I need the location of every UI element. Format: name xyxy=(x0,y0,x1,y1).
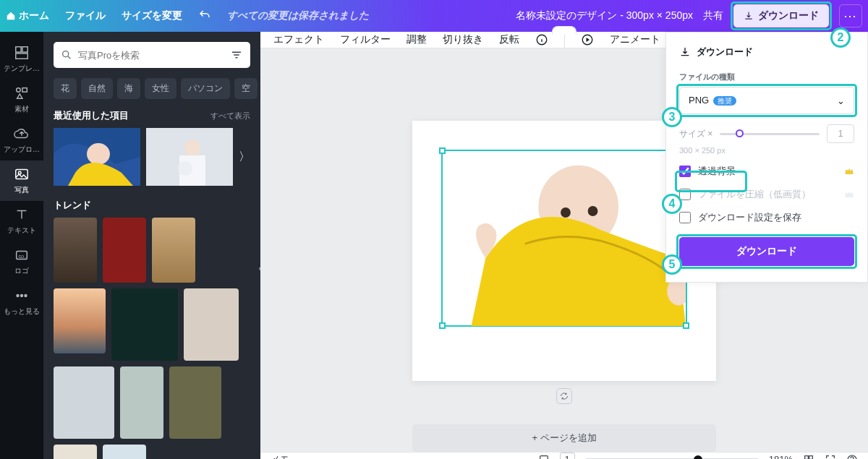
help-icon[interactable] xyxy=(846,454,858,460)
crown-icon xyxy=(844,166,854,176)
crown-icon xyxy=(844,189,854,200)
svg-point-9 xyxy=(17,295,19,297)
photo-thumb[interactable] xyxy=(54,128,140,186)
fullscreen-icon[interactable] xyxy=(825,454,836,460)
page-count[interactable]: 1 xyxy=(560,452,575,459)
recent-heading: 最近使用した項目すべて表示 xyxy=(54,109,250,122)
annotation-2: 2 xyxy=(830,27,851,48)
photo-thumb[interactable] xyxy=(184,288,239,361)
annotation-4: 4 xyxy=(662,194,682,214)
chip[interactable]: 空 xyxy=(234,78,258,99)
rail-logo[interactable]: co.ロゴ xyxy=(0,241,43,282)
resize-handle[interactable] xyxy=(439,147,446,154)
photo-thumb[interactable] xyxy=(120,366,163,439)
design-title[interactable]: 名称未設定のデザイン - 300px × 250px xyxy=(516,9,693,22)
size-value[interactable]: 1 xyxy=(827,124,854,143)
annotation-5: 5 xyxy=(662,254,682,275)
animate-button[interactable]: アニメート xyxy=(610,33,660,46)
chip[interactable]: 女性 xyxy=(145,78,176,99)
svg-point-23 xyxy=(588,206,598,216)
baby-image[interactable] xyxy=(443,151,686,326)
search-icon xyxy=(61,49,72,61)
photo-thumb[interactable] xyxy=(152,218,195,283)
flip-button[interactable]: 反転 xyxy=(499,33,519,46)
search-box[interactable] xyxy=(54,42,250,68)
photo-thumb[interactable] xyxy=(54,366,114,439)
trend-heading: トレンド xyxy=(54,199,250,212)
download-panel: ダウンロード ファイルの種類 PNG推奨 ⌄ 3 サイズ × 1 300 × 2… xyxy=(665,32,868,283)
chip[interactable]: パソコン xyxy=(181,78,230,99)
svg-point-18 xyxy=(178,161,192,176)
trend-grid xyxy=(54,218,250,459)
photo-thumb[interactable] xyxy=(169,366,221,439)
adjust-button[interactable]: 調整 xyxy=(407,33,427,46)
photo-thumb[interactable] xyxy=(54,288,106,353)
svg-rect-27 xyxy=(809,455,813,459)
svg-point-10 xyxy=(21,295,23,297)
filter-button[interactable]: フィルター xyxy=(340,33,391,46)
svg-text:co.: co. xyxy=(18,253,25,259)
chip[interactable]: 花 xyxy=(54,78,77,99)
grid-view-icon[interactable] xyxy=(803,454,814,460)
pages-icon[interactable] xyxy=(538,454,550,460)
save-status: すべての変更は保存されました xyxy=(227,9,369,22)
show-all-link[interactable]: すべて表示 xyxy=(210,111,250,121)
size-slider[interactable] xyxy=(720,133,820,135)
photo-thumb[interactable] xyxy=(103,218,146,283)
canvas-footer: メモ 1 181% xyxy=(260,452,868,459)
notes-button[interactable]: メモ xyxy=(271,453,289,460)
filter-icon[interactable] xyxy=(230,48,243,61)
info-icon[interactable] xyxy=(535,33,548,46)
chip-row: 花 自然 海 女性 パソコン 空 〉 xyxy=(54,78,260,99)
canvas-area: エフェクト フィルター 調整 切り抜き 反転 アニメート xyxy=(260,32,868,459)
svg-rect-26 xyxy=(805,455,809,459)
download-panel-title: ダウンロード xyxy=(679,46,854,59)
rail-more[interactable]: もっと見る xyxy=(0,282,43,322)
photo-thumb[interactable] xyxy=(54,218,97,283)
left-rail: テンプレ… 素材 アップロ… 写真 テキスト co.ロゴ もっと見る xyxy=(0,32,43,459)
rail-text[interactable]: テキスト xyxy=(0,201,43,241)
file-type-label: ファイルの種類 xyxy=(679,72,854,82)
photo-thumb[interactable] xyxy=(146,128,233,186)
panel-collapse-button[interactable]: ‹ xyxy=(253,249,260,288)
resize-menu[interactable]: サイズを変更 xyxy=(122,9,182,22)
svg-point-12 xyxy=(63,51,69,57)
svg-rect-1 xyxy=(22,47,27,52)
rail-templates[interactable]: テンプレ… xyxy=(0,39,43,80)
annotation-3: 3 xyxy=(662,107,682,127)
photo-thumb[interactable] xyxy=(103,445,146,459)
resize-handle[interactable] xyxy=(683,322,689,329)
svg-rect-2 xyxy=(16,53,28,59)
more-menu-button[interactable]: ⋯ xyxy=(839,4,862,27)
size-label: サイズ × xyxy=(679,128,712,140)
sync-icon[interactable] xyxy=(556,388,572,404)
thumb-scroll-right[interactable]: 〉 xyxy=(239,150,250,165)
save-settings-row[interactable]: ダウンロード設定を保存 xyxy=(679,211,854,224)
photo-thumb[interactable] xyxy=(111,288,178,361)
chip[interactable]: 自然 xyxy=(81,78,113,99)
selection-box[interactable] xyxy=(441,150,687,327)
resize-handle[interactable] xyxy=(439,322,446,329)
download-icon xyxy=(679,46,691,58)
zoom-level[interactable]: 181% xyxy=(769,454,793,459)
effect-button[interactable]: エフェクト xyxy=(273,33,324,46)
home-button[interactable]: ホーム xyxy=(6,9,49,22)
rail-photos[interactable]: 写真 xyxy=(0,160,43,201)
share-button[interactable]: 共有 xyxy=(703,9,723,22)
photos-panel: 花 自然 海 女性 パソコン 空 〉 最近使用した項目すべて表示 〉 トレンド xyxy=(43,32,260,459)
file-menu[interactable]: ファイル xyxy=(65,9,106,22)
undo-button[interactable] xyxy=(198,9,211,24)
rail-elements[interactable]: 素材 xyxy=(0,80,43,120)
svg-point-11 xyxy=(25,295,27,297)
top-bar: ホーム ファイル サイズを変更 すべての変更は保存されました 名称未設定のデザイ… xyxy=(0,0,868,32)
dimensions-label: 300 × 250 px xyxy=(679,146,854,155)
svg-rect-4 xyxy=(22,88,27,93)
chip[interactable]: 海 xyxy=(117,78,140,99)
footer-peek[interactable] xyxy=(552,26,576,35)
rail-uploads[interactable]: アップロ… xyxy=(0,120,43,160)
save-settings-checkbox[interactable] xyxy=(679,212,691,223)
add-page-button[interactable]: + ページを追加 xyxy=(412,424,716,452)
search-input[interactable] xyxy=(78,50,224,61)
crop-button[interactable]: 切り抜き xyxy=(443,33,483,46)
photo-thumb[interactable] xyxy=(54,445,97,459)
